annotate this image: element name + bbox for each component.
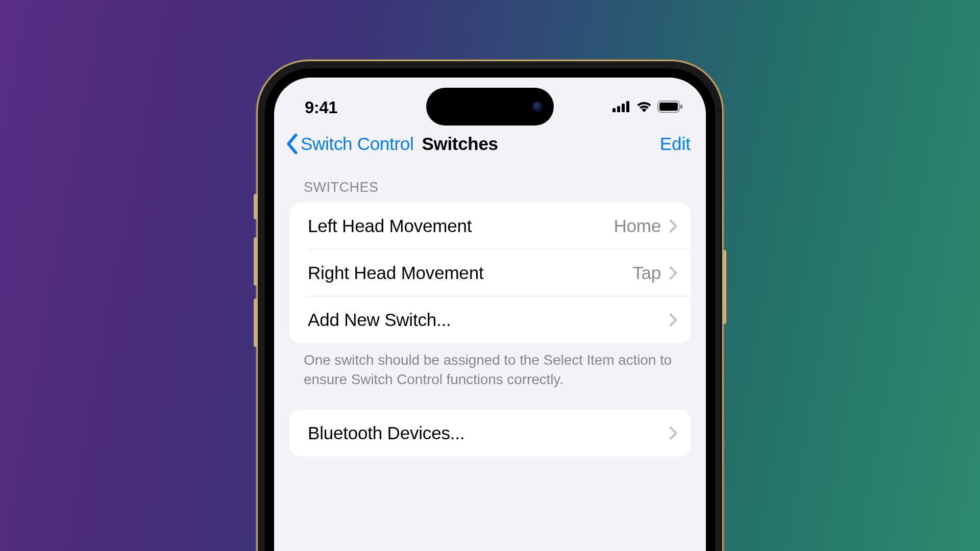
wifi-icon xyxy=(636,101,652,115)
battery-icon xyxy=(657,101,683,115)
chevron-right-icon xyxy=(669,313,677,327)
row-value: Home xyxy=(614,216,661,236)
power-button xyxy=(722,250,726,324)
content: SWITCHES Left Head Movement Home Right H… xyxy=(274,164,706,457)
bluetooth-devices-row[interactable]: Bluetooth Devices... xyxy=(289,410,691,457)
bluetooth-list: Bluetooth Devices... xyxy=(289,410,691,457)
volume-down-button xyxy=(254,298,258,347)
phone-frame: 9:41 xyxy=(258,61,722,551)
row-value: Tap xyxy=(632,263,661,283)
chevron-right-icon xyxy=(669,426,677,440)
chevron-left-icon xyxy=(285,134,300,154)
svg-rect-6 xyxy=(680,105,682,109)
chevron-right-icon xyxy=(669,219,677,233)
add-new-switch-row[interactable]: Add New Switch... xyxy=(289,296,691,343)
screen: 9:41 xyxy=(274,78,706,551)
edit-button[interactable]: Edit xyxy=(660,134,691,154)
section-footer-switches: One switch should be assigned to the Sel… xyxy=(289,343,691,410)
svg-rect-0 xyxy=(612,108,616,112)
switch-row-right-head[interactable]: Right Head Movement Tap xyxy=(289,249,691,296)
svg-rect-2 xyxy=(622,104,625,112)
navigation-bar: Switch Control Switches Edit xyxy=(274,129,706,164)
row-label: Add New Switch... xyxy=(308,310,669,330)
back-label: Switch Control xyxy=(301,134,413,154)
svg-rect-1 xyxy=(617,106,620,112)
section-header-switches: SWITCHES xyxy=(289,180,691,203)
svg-rect-5 xyxy=(659,103,678,111)
status-icons xyxy=(612,101,683,115)
switches-list: Left Head Movement Home Right Head Movem… xyxy=(289,203,691,343)
volume-up-button xyxy=(254,237,258,286)
cellular-signal-icon xyxy=(612,101,631,114)
row-label: Bluetooth Devices... xyxy=(308,423,669,443)
svg-rect-3 xyxy=(626,101,629,112)
front-camera-icon xyxy=(532,102,543,112)
back-button[interactable]: Switch Control Switches xyxy=(285,134,660,154)
page-title: Switches xyxy=(422,134,498,154)
status-time: 9:41 xyxy=(305,98,337,117)
phone-bezel: 9:41 xyxy=(265,68,715,551)
side-button xyxy=(254,194,258,219)
switch-row-left-head[interactable]: Left Head Movement Home xyxy=(289,203,691,249)
row-label: Right Head Movement xyxy=(308,263,632,283)
row-label: Left Head Movement xyxy=(308,216,614,236)
dynamic-island xyxy=(426,88,554,126)
chevron-right-icon xyxy=(669,266,677,280)
